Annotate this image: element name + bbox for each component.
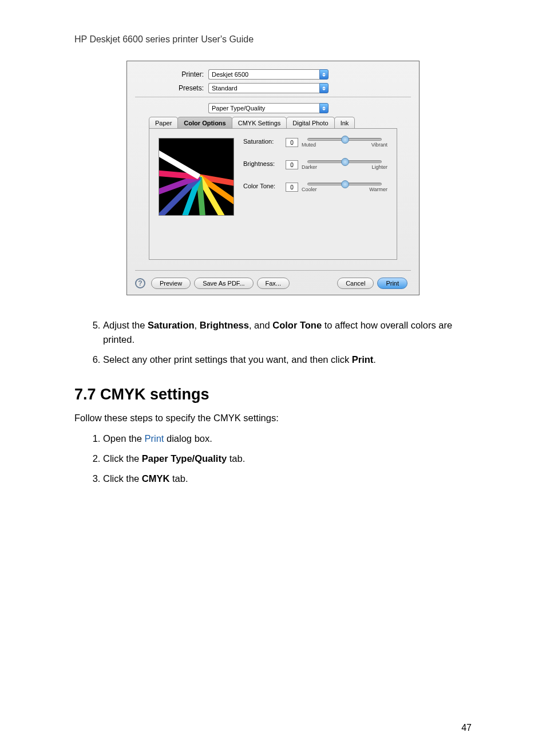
saturation-slider[interactable] [307, 138, 382, 141]
save-as-pdf-button[interactable]: Save As PDF... [194, 278, 253, 289]
brightness-label: Brightness: [243, 160, 286, 167]
color-tone-high: Warmer [369, 187, 387, 192]
page-number: 47 [461, 723, 472, 733]
fax-button[interactable]: Fax... [257, 278, 290, 289]
printer-label: Printer: [135, 70, 208, 78]
cmyk-step-1: Open the Print dialog box. [103, 432, 472, 446]
section-heading: 7.7 CMYK settings [74, 386, 472, 403]
preview-button[interactable]: Preview [151, 278, 191, 289]
tab-paper[interactable]: Paper [149, 117, 178, 128]
printer-value: Deskjet 6500 [208, 69, 319, 80]
print-link[interactable]: Print [144, 433, 164, 444]
dropdown-icon[interactable] [319, 103, 329, 113]
instruction-list: Adjust the Saturation, Brightness, and C… [74, 318, 472, 366]
divider [135, 97, 411, 97]
tab-color-options[interactable]: Color Options [177, 117, 232, 128]
presets-label: Presets: [135, 84, 208, 92]
dropdown-icon[interactable] [319, 83, 329, 93]
brightness-slider[interactable] [307, 160, 382, 163]
step-6: Select any other print settings that you… [103, 353, 472, 367]
cmyk-step-2: Click the Paper Type/Quality tab. [103, 452, 472, 466]
section-value: Paper Type/Quality [208, 103, 319, 113]
slider-thumb-icon[interactable] [341, 180, 349, 188]
color-tone-low: Cooler [302, 187, 317, 192]
tab-bar: Paper Color Options CMYK Settings Digita… [149, 117, 397, 128]
step-5: Adjust the Saturation, Brightness, and C… [103, 318, 472, 347]
cmyk-step-3: Click the CMYK tab. [103, 472, 472, 486]
color-tone-slider[interactable] [307, 183, 382, 185]
saturation-row: Saturation: Muted Vibrant [243, 138, 387, 148]
print-dialog: Printer: Deskjet 6500 Presets: Standard … [126, 61, 420, 295]
cmyk-steps-list: Open the Print dialog box. Click the Pap… [74, 432, 472, 485]
saturation-high: Vibrant [371, 142, 387, 148]
printer-select[interactable]: Deskjet 6500 [208, 69, 329, 80]
brightness-input[interactable] [286, 160, 298, 169]
brightness-low: Darker [302, 164, 317, 170]
tab-panel: Saturation: Muted Vibrant Brightness: [149, 128, 397, 260]
help-icon[interactable]: ? [135, 278, 145, 288]
color-tone-label: Color Tone: [243, 183, 286, 189]
document-header: HP Deskjet 6600 series printer User's Gu… [74, 34, 472, 45]
saturation-label: Saturation: [243, 138, 286, 145]
tab-cmyk-settings[interactable]: CMYK Settings [232, 117, 287, 128]
saturation-low: Muted [302, 142, 316, 148]
print-button[interactable]: Print [377, 278, 407, 289]
section-select[interactable]: Paper Type/Quality [208, 103, 329, 113]
slider-thumb-icon[interactable] [341, 136, 349, 144]
divider [135, 270, 411, 271]
preview-image [159, 138, 234, 216]
dropdown-icon[interactable] [319, 69, 329, 80]
color-tone-row: Color Tone: Cooler Warmer [243, 183, 387, 192]
saturation-input[interactable] [286, 138, 298, 147]
slider-thumb-icon[interactable] [341, 158, 349, 166]
color-tone-input[interactable] [286, 183, 298, 192]
tab-ink[interactable]: Ink [334, 117, 355, 128]
cancel-button[interactable]: Cancel [337, 278, 374, 289]
presets-value: Standard [208, 83, 319, 93]
brightness-row: Brightness: Darker Lighter [243, 160, 387, 170]
presets-select[interactable]: Standard [208, 83, 329, 93]
tab-digital-photo[interactable]: Digital Photo [286, 117, 334, 128]
brightness-high: Lighter [371, 164, 387, 170]
section-intro: Follow these steps to specify the CMYK s… [74, 413, 472, 423]
